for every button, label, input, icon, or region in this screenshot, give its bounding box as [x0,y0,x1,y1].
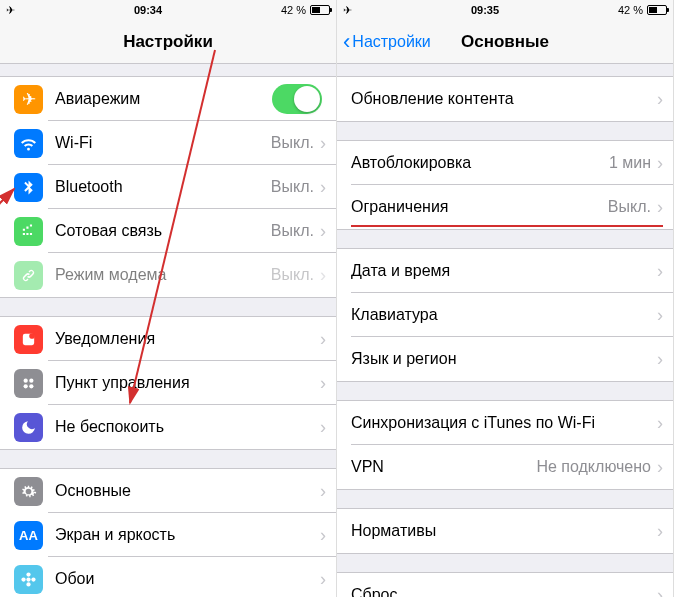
row-autolock[interactable]: Автоблокировка1 мин› [337,141,673,185]
chevron-right-icon: › [320,177,326,198]
row-hotspot[interactable]: Режим модемаВыкл.› [0,253,336,297]
row-label: Дата и время [351,262,657,280]
chevron-right-icon: › [320,569,326,590]
airplane-icon: ✈︎ [14,85,43,114]
nav-bar: Настройки [0,20,336,64]
status-bar: ✈︎ 09:35 42 % [337,0,673,20]
svg-point-10 [31,577,35,581]
status-right: 42 % [281,4,330,16]
svg-point-2 [24,378,28,382]
row-display[interactable]: AAЭкран и яркость› [0,513,336,557]
svg-point-6 [26,577,30,581]
row-airplane[interactable]: ✈︎Авиарежим [0,77,336,121]
chevron-right-icon: › [320,417,326,438]
chevron-right-icon: › [657,521,663,542]
airplane-mode-icon: ✈︎ [343,4,352,17]
nav-title: Настройки [123,32,213,52]
row-restrictions[interactable]: ОграниченияВыкл.› [337,185,673,229]
chevron-left-icon: ‹ [343,31,350,53]
control-center-icon [14,369,43,398]
svg-point-4 [24,384,28,388]
row-vpn[interactable]: VPNНе подключено› [337,445,673,489]
row-label: Обновление контента [351,90,657,108]
row-reset[interactable]: Сброс› [337,573,673,597]
svg-point-7 [26,572,30,576]
general-icon [14,477,43,506]
hotspot-icon [14,261,43,290]
nav-back-label: Настройки [352,33,430,51]
chevron-right-icon: › [320,221,326,242]
row-label: Режим модема [55,266,271,284]
chevron-right-icon: › [657,585,663,598]
general-content[interactable]: Обновление контента›Автоблокировка1 мин›… [337,64,673,597]
row-label: Автоблокировка [351,154,609,172]
row-keyboard[interactable]: Клавиатура› [337,293,673,337]
status-left: ✈︎ [6,4,15,17]
row-label: Обои [55,570,320,588]
battery-percent: 42 % [281,4,306,16]
nav-back-button[interactable]: ‹ Настройки [343,31,431,53]
row-language[interactable]: Язык и регион› [337,337,673,381]
settings-group: Уведомления›Пункт управления›Не беспокои… [0,316,336,450]
row-label: Экран и яркость [55,526,320,544]
status-left: ✈︎ [343,4,352,17]
nav-title: Основные [461,32,549,52]
row-regulatory[interactable]: Нормативы› [337,509,673,553]
chevron-right-icon: › [657,261,663,282]
row-label: Ограничения [351,198,608,216]
battery-icon [310,5,330,15]
chevron-right-icon: › [657,197,663,218]
row-value: Выкл. [271,222,314,240]
row-label: Пункт управления [55,374,320,392]
phone-settings: ✈︎ 09:34 42 % Настройки ✈︎АвиарежимWi-Fi… [0,0,337,597]
wallpaper-icon [14,565,43,594]
settings-group: Сброс› [337,572,673,597]
wifi-icon [14,129,43,158]
row-value: Выкл. [608,198,651,216]
chevron-right-icon: › [320,373,326,394]
row-itunes-sync[interactable]: Синхронизация с iTunes по Wi-Fi› [337,401,673,445]
row-value: 1 мин [609,154,651,172]
settings-group: Дата и время›Клавиатура›Язык и регион› [337,248,673,382]
row-value: Выкл. [271,266,314,284]
highlight-underline [351,225,663,227]
svg-point-9 [21,577,25,581]
row-value: Не подключено [536,458,651,476]
row-label: Сброс [351,586,657,597]
chevron-right-icon: › [657,305,663,326]
chevron-right-icon: › [657,413,663,434]
row-label: Клавиатура [351,306,657,324]
row-wallpaper[interactable]: Обои› [0,557,336,597]
row-wifi[interactable]: Wi-FiВыкл.› [0,121,336,165]
row-cellular[interactable]: Сотовая связьВыкл.› [0,209,336,253]
row-content-refresh[interactable]: Обновление контента› [337,77,673,121]
settings-group: Синхронизация с iTunes по Wi-Fi›VPNНе по… [337,400,673,490]
row-bluetooth[interactable]: BluetoothВыкл.› [0,165,336,209]
row-label: Язык и регион [351,350,657,368]
settings-group: Обновление контента› [337,76,673,122]
svg-point-3 [29,378,33,382]
row-dnd[interactable]: Не беспокоить› [0,405,336,449]
status-time: 09:34 [134,4,162,16]
notifications-icon [14,325,43,354]
row-control-center[interactable]: Пункт управления› [0,361,336,405]
row-datetime[interactable]: Дата и время› [337,249,673,293]
chevron-right-icon: › [657,349,663,370]
row-notifications[interactable]: Уведомления› [0,317,336,361]
row-label: Синхронизация с iTunes по Wi-Fi [351,414,657,432]
chevron-right-icon: › [320,133,326,154]
svg-point-8 [26,582,30,586]
display-icon: AA [14,521,43,550]
row-label: Сотовая связь [55,222,271,240]
settings-content[interactable]: ✈︎АвиарежимWi-FiВыкл.›BluetoothВыкл.›Сот… [0,64,336,597]
toggle-switch[interactable] [272,84,322,114]
settings-group: ✈︎АвиарежимWi-FiВыкл.›BluetoothВыкл.›Сот… [0,76,336,298]
row-label: Основные [55,482,320,500]
status-bar: ✈︎ 09:34 42 % [0,0,336,20]
row-general[interactable]: Основные› [0,469,336,513]
phone-general: ✈︎ 09:35 42 % ‹ Настройки Основные Обнов… [337,0,674,597]
row-label: Авиарежим [55,90,272,108]
battery-icon [647,5,667,15]
chevron-right-icon: › [657,153,663,174]
dnd-icon [14,413,43,442]
